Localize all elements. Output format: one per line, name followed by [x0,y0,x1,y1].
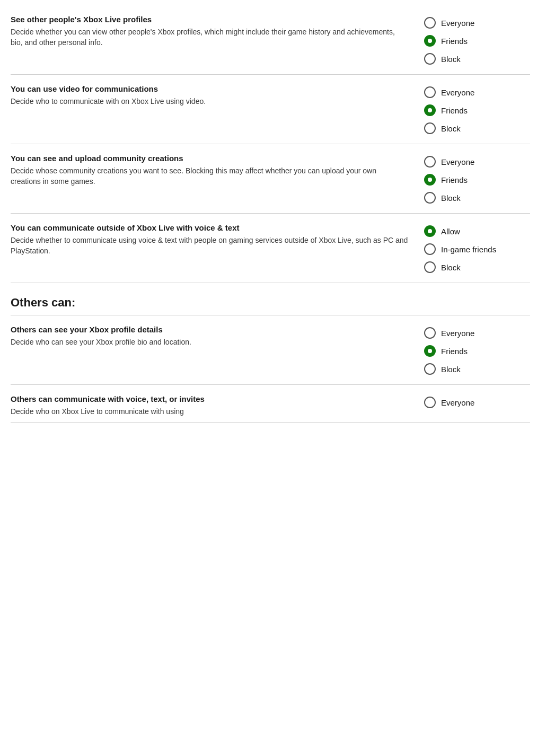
radio-everyone-community[interactable]: Everyone [424,156,530,168]
setting-options-outside: Allow In-game friends Block [424,223,530,273]
radio-circle-block-outside[interactable] [424,261,436,273]
setting-text-xbox-profiles: Decide whether you can view other people… [11,27,408,48]
settings-container: See other people's Xbox Live profiles De… [0,0,546,428]
radio-circle-block-xbox-profiles[interactable] [424,53,436,65]
radio-everyone-video[interactable]: Everyone [424,86,530,98]
radio-circle-block-community[interactable] [424,192,436,204]
radio-label-block-outside: Block [441,263,461,272]
setting-description-outside: You can communicate outside of Xbox Live… [11,223,424,257]
setting-description-community: You can see and upload community creatio… [11,154,424,187]
setting-options-community: Everyone Friends Block [424,154,530,204]
setting-title-video: You can use video for communications [11,84,408,93]
radio-label-friends-video: Friends [441,106,468,115]
radio-everyone-voice-text-invites[interactable]: Everyone [424,397,530,408]
setting-text-outside: Decide whether to communicate using voic… [11,235,408,257]
radio-circle-everyone-xbox-profiles[interactable] [424,17,436,29]
setting-row-voice-text-invites: Others can communicate with voice, text,… [11,385,530,423]
radio-circle-friends-community[interactable] [424,174,436,186]
others-can-title: Others can: [11,296,530,310]
radio-label-ingame-outside: In-game friends [441,245,496,254]
setting-title-profile-details: Others can see your Xbox profile details [11,325,408,334]
setting-row-profile-details: Others can see your Xbox profile details… [11,315,530,385]
setting-title-outside: You can communicate outside of Xbox Live… [11,223,408,232]
radio-circle-block-video[interactable] [424,122,436,134]
radio-circle-everyone-profile-details[interactable] [424,327,436,339]
radio-label-block-community: Block [441,194,461,203]
radio-circle-allow-outside[interactable] [424,225,436,237]
you-can-settings: See other people's Xbox Live profiles De… [11,5,530,283]
radio-circle-block-profile-details[interactable] [424,363,436,375]
radio-friends-community[interactable]: Friends [424,174,530,186]
others-can-section-header: Others can: [11,283,530,315]
setting-title-xbox-profiles: See other people's Xbox Live profiles [11,15,408,24]
setting-description-video: You can use video for communications Dec… [11,84,424,107]
radio-label-everyone-xbox-profiles: Everyone [441,19,474,28]
radio-label-friends-community: Friends [441,175,468,184]
setting-options-xbox-profiles: Everyone Friends Block [424,15,530,65]
radio-friends-xbox-profiles[interactable]: Friends [424,35,530,47]
radio-circle-friends-profile-details[interactable] [424,345,436,357]
radio-everyone-xbox-profiles[interactable]: Everyone [424,17,530,29]
radio-block-xbox-profiles[interactable]: Block [424,53,530,65]
radio-circle-everyone-community[interactable] [424,156,436,168]
radio-label-block-xbox-profiles: Block [441,55,461,64]
radio-label-everyone-community: Everyone [441,157,474,166]
setting-description-profile-details: Others can see your Xbox profile details… [11,325,424,347]
radio-label-friends-xbox-profiles: Friends [441,37,468,46]
radio-circle-everyone-voice-text-invites[interactable] [424,397,436,408]
radio-block-video[interactable]: Block [424,122,530,134]
setting-description-voice-text-invites: Others can communicate with voice, text,… [11,394,424,417]
others-can-settings: Others can see your Xbox profile details… [11,315,530,423]
setting-row-xbox-profiles: See other people's Xbox Live profiles De… [11,5,530,75]
radio-circle-ingame-outside[interactable] [424,243,436,255]
radio-friends-video[interactable]: Friends [424,104,530,116]
radio-label-everyone-profile-details: Everyone [441,329,474,338]
radio-circle-friends-xbox-profiles[interactable] [424,35,436,47]
setting-text-video: Decide who to communicate with on Xbox L… [11,96,408,107]
radio-block-profile-details[interactable]: Block [424,363,530,375]
setting-title-community: You can see and upload community creatio… [11,154,408,163]
setting-row-community: You can see and upload community creatio… [11,144,530,214]
setting-text-community: Decide whose community creations you wan… [11,165,408,187]
radio-circle-everyone-video[interactable] [424,86,436,98]
setting-options-video: Everyone Friends Block [424,84,530,134]
radio-label-everyone-video: Everyone [441,88,474,97]
radio-label-block-video: Block [441,124,461,133]
radio-friends-profile-details[interactable]: Friends [424,345,530,357]
radio-circle-friends-video[interactable] [424,104,436,116]
setting-options-voice-text-invites: Everyone [424,394,530,408]
radio-label-block-profile-details: Block [441,365,461,374]
radio-block-community[interactable]: Block [424,192,530,204]
setting-row-outside: You can communicate outside of Xbox Live… [11,214,530,283]
radio-ingame-outside[interactable]: In-game friends [424,243,530,255]
radio-block-outside[interactable]: Block [424,261,530,273]
radio-label-friends-profile-details: Friends [441,347,468,356]
radio-allow-outside[interactable]: Allow [424,225,530,237]
setting-title-voice-text-invites: Others can communicate with voice, text,… [11,394,408,403]
setting-row-video: You can use video for communications Dec… [11,75,530,144]
radio-label-everyone-voice-text-invites: Everyone [441,398,474,407]
radio-label-allow-outside: Allow [441,227,460,236]
setting-text-profile-details: Decide who can see your Xbox profile bio… [11,337,408,347]
setting-description-xbox-profiles: See other people's Xbox Live profiles De… [11,15,424,48]
setting-text-voice-text-invites: Decide who on Xbox Live to communicate w… [11,406,408,417]
setting-options-profile-details: Everyone Friends Block [424,325,530,375]
radio-everyone-profile-details[interactable]: Everyone [424,327,530,339]
